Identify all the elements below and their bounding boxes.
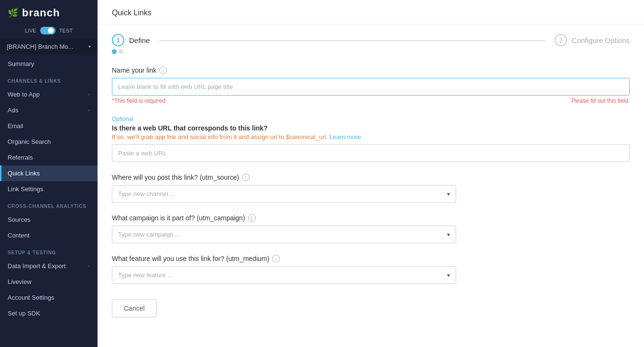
branch-selector[interactable]: [BRANCH] Branch Mo... ▾ — [0, 39, 98, 54]
optional-desc: If so, we'll grab app link and social in… — [112, 133, 630, 141]
optional-url-section: Optional Is there a web URL that corresp… — [112, 116, 630, 162]
step-2-number: 2 — [555, 34, 567, 46]
chevron-right-icon: › — [88, 92, 90, 97]
progress-dot-2 — [119, 49, 123, 54]
sidebar: 🌿 branch LIVE TEST [BRANCH] Branch Mo...… — [0, 0, 98, 347]
sidebar-item-label: Account Settings — [8, 294, 55, 301]
step-2: 2 Configure Options — [555, 34, 630, 46]
channel-dropdown[interactable]: Type new channel ... ▾ — [112, 185, 456, 203]
sidebar-item-label: Quick Links — [8, 170, 40, 177]
sidebar-item-label: Web to App — [8, 91, 40, 98]
sidebar-item-liveview[interactable]: Liveview — [0, 274, 98, 290]
step-1: 1 Define — [112, 34, 150, 46]
step-connector — [159, 40, 545, 41]
page-header: Quick Links — [98, 0, 644, 24]
name-link-input[interactable] — [112, 78, 630, 96]
optional-question: Is there a web URL that corresponds to t… — [112, 124, 630, 132]
branch-logo-icon: 🌿 — [8, 8, 18, 18]
feature-section: What feature will you use this link for?… — [112, 255, 630, 284]
branch-selector-text: [BRANCH] Branch Mo... — [7, 43, 73, 50]
form-content: Name your link i *This field is required… — [98, 62, 644, 332]
feature-info-icon[interactable]: i — [272, 255, 280, 262]
sidebar-item-data-import[interactable]: Data Import & Export › — [0, 258, 98, 274]
sidebar-item-referrals[interactable]: Referrals — [0, 150, 98, 165]
main-content: Quick Links 1 Define 2 Configure Options… — [98, 0, 644, 347]
analytics-section-label: CROSS-CHANNEL ANALYTICS — [0, 197, 98, 212]
optional-desc-text: If so, we'll grab app link and social in… — [112, 133, 327, 141]
feature-dropdown[interactable]: Type new feature ... ▾ — [112, 266, 456, 284]
toggle-thumb — [48, 28, 54, 33]
sidebar-item-link-settings[interactable]: Link Settings — [0, 181, 98, 197]
step-1-number: 1 — [112, 34, 124, 46]
env-toggle[interactable]: LIVE TEST — [0, 24, 98, 39]
sidebar-item-label: Data Import & Export — [8, 262, 65, 270]
sidebar-item-label: Link Settings — [8, 185, 43, 193]
name-link-label: Name your link i — [112, 66, 630, 74]
chevron-down-icon: ▾ — [447, 272, 450, 279]
campaign-question: What campaign is it part of? (utm_campai… — [112, 214, 630, 222]
sidebar-item-web-to-app[interactable]: Web to App › — [0, 87, 98, 102]
sidebar-item-content[interactable]: Content — [0, 228, 98, 243]
campaign-placeholder: Type new campaign ... — [118, 231, 180, 238]
sidebar-item-label: Set up SDK — [8, 310, 40, 317]
feature-question: What feature will you use this link for?… — [112, 255, 630, 262]
sidebar-item-label: Referrals — [8, 154, 33, 161]
chevron-down-icon: ▾ — [88, 44, 91, 49]
step-1-label: Define — [129, 36, 150, 44]
page-title: Quick Links — [112, 9, 152, 17]
campaign-dropdown[interactable]: Type new campaign ... ▾ — [112, 226, 456, 243]
channel-section: Where will you post this link? (utm_sour… — [112, 174, 630, 203]
steps-container: 1 Define 2 Configure Options — [98, 24, 644, 46]
sidebar-item-ads[interactable]: Ads › — [0, 102, 98, 118]
campaign-section: What campaign is it part of? (utm_campai… — [112, 214, 630, 243]
sidebar-item-sources[interactable]: Sources — [0, 212, 98, 228]
sidebar-item-label: Liveview — [8, 278, 32, 285]
sidebar-item-label: Content — [8, 232, 30, 239]
logo-area: 🌿 branch — [0, 0, 98, 24]
channel-placeholder: Type new channel ... — [118, 190, 175, 197]
sidebar-item-email[interactable]: Email — [0, 118, 98, 134]
sidebar-item-set-up-sdk[interactable]: Set up SDK — [0, 305, 98, 321]
progress-bar — [98, 46, 644, 62]
cancel-button[interactable]: Cancel — [112, 299, 157, 317]
sidebar-item-label: Organic Search — [8, 138, 51, 145]
sidebar-item-organic-search[interactable]: Organic Search — [0, 134, 98, 150]
name-required-hint: *This field is required — [112, 98, 165, 104]
toggle-track[interactable] — [40, 27, 55, 34]
test-label: TEST — [59, 28, 73, 33]
chevron-right-icon: › — [88, 108, 90, 113]
learn-more-link[interactable]: Learn more — [329, 133, 361, 141]
optional-label: Optional — [112, 116, 630, 122]
progress-dot-1 — [112, 49, 117, 54]
chevron-down-icon: ▾ — [447, 191, 450, 197]
channel-info-icon[interactable]: i — [242, 174, 250, 181]
chevron-right-icon: › — [88, 263, 90, 269]
sidebar-item-summary[interactable]: Summary — [0, 56, 98, 72]
live-label: LIVE — [25, 28, 36, 33]
channels-section-label: CHANNELS & LINKS — [0, 72, 98, 87]
sidebar-item-label: Sources — [8, 216, 31, 223]
sidebar-item-account-settings[interactable]: Account Settings — [0, 290, 98, 305]
name-error-message: Please fill out this field. — [571, 98, 630, 104]
step-2-label: Configure Options — [572, 36, 630, 44]
chevron-down-icon: ▾ — [447, 231, 450, 238]
channel-question: Where will you post this link? (utm_sour… — [112, 174, 630, 181]
url-input[interactable] — [112, 144, 630, 162]
feature-placeholder: Type new feature ... — [118, 271, 173, 279]
campaign-info-icon[interactable]: i — [248, 214, 256, 222]
sidebar-item-label: Ads — [8, 107, 18, 114]
sidebar-item-label: Summary — [8, 60, 34, 67]
sidebar-item-quick-links[interactable]: Quick Links — [0, 165, 98, 181]
brand-name: branch — [22, 7, 60, 19]
setup-section-label: SETUP & TESTING — [0, 243, 98, 258]
name-info-icon[interactable]: i — [159, 66, 167, 74]
sidebar-item-label: Email — [8, 122, 23, 130]
name-link-section: Name your link i *This field is required… — [112, 66, 630, 104]
